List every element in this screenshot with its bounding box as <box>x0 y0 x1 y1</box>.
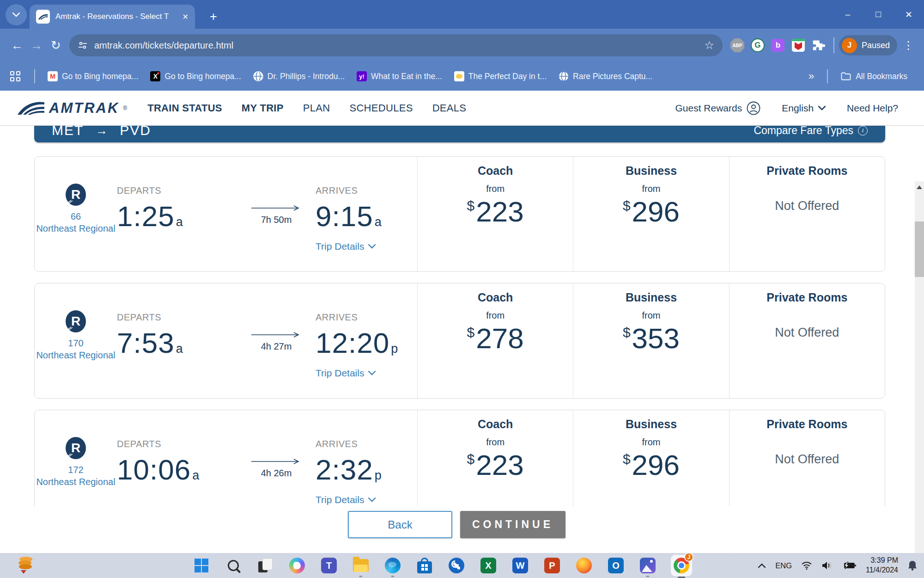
search-icon[interactable] <box>225 557 242 574</box>
departs-label: DEPARTS <box>117 185 237 196</box>
avatar: J <box>842 38 857 53</box>
trip-details-link[interactable]: Trip Details <box>316 241 382 252</box>
chevron-down-icon <box>12 12 20 17</box>
nav-train-status[interactable]: TRAIN STATUS <box>147 102 222 114</box>
excel-icon[interactable]: X <box>480 557 497 574</box>
amtrak-logo[interactable]: AMTRAK® <box>17 99 127 117</box>
windows-taskbar: T X W P O J ENG 3:39 PM 11/4/2024 <box>0 553 924 578</box>
train-name-link[interactable]: Northeast Regional <box>35 476 117 488</box>
folder-icon <box>841 72 851 80</box>
tray-clock[interactable]: 3:39 PM 11/4/2024 <box>866 556 898 575</box>
nav-my-trip[interactable]: MY TRIP <box>242 102 284 114</box>
photos-icon[interactable] <box>639 557 657 574</box>
bookmark-item[interactable]: y! What to Eat in the... <box>357 71 442 81</box>
private-rooms-cell: Private Rooms Not Offered <box>729 157 885 271</box>
forward-button[interactable]: → <box>27 36 46 55</box>
bookmark-item[interactable]: X Go to Bing homepa... <box>150 71 241 81</box>
scroll-up-arrow[interactable] <box>917 185 922 189</box>
bookmarks-overflow-icon[interactable]: » <box>808 70 814 82</box>
trip-duration: 4h 27m <box>237 341 316 352</box>
chrome-icon[interactable]: J <box>671 555 692 576</box>
edge-icon[interactable] <box>384 557 401 574</box>
window-close-button[interactable]: ✕ <box>894 0 924 29</box>
profile-chip[interactable]: J Paused <box>839 35 897 55</box>
trip-details-link[interactable]: Trip Details <box>316 494 382 505</box>
tools-icon[interactable] <box>448 557 465 574</box>
tab-close-icon[interactable]: ✕ <box>182 12 188 21</box>
gmail-icon: M <box>48 71 58 81</box>
bookmark-item[interactable]: M Go to Bing homepa... <box>48 71 138 81</box>
back-button[interactable]: ← <box>7 36 27 55</box>
word-icon[interactable]: W <box>511 557 529 574</box>
nav-deals[interactable]: DEALS <box>432 102 467 114</box>
tray-time: 3:39 PM <box>866 556 898 566</box>
reload-button[interactable]: ↻ <box>46 36 66 55</box>
train-name-link[interactable]: Northeast Regional <box>35 349 117 361</box>
duration-arrow-icon <box>250 205 302 211</box>
language-selector[interactable]: English <box>782 103 826 114</box>
notifications-bell-icon[interactable] <box>907 560 918 571</box>
powerpoint-icon[interactable]: P <box>543 557 561 574</box>
bookmark-item[interactable]: Dr. Phillips - Introdu... <box>253 71 345 81</box>
nav-plan[interactable]: PLAN <box>303 102 330 114</box>
business-fare-cell[interactable]: Business from $353 <box>573 283 729 398</box>
task-view-icon[interactable] <box>256 557 274 574</box>
tab-search-button[interactable] <box>6 4 27 25</box>
back-page-button[interactable]: Back <box>348 511 452 538</box>
trip-details-link[interactable]: Trip Details <box>316 368 398 379</box>
coach-fare-cell[interactable]: Coach from $278 <box>417 283 573 398</box>
tray-chevron-up-icon[interactable] <box>758 563 766 568</box>
coach-price: $223 <box>418 449 573 481</box>
copilot-icon[interactable] <box>288 557 306 574</box>
page-scrollbar[interactable] <box>915 181 924 578</box>
mcafee-extension-icon[interactable] <box>791 38 805 52</box>
train-name-link[interactable]: Northeast Regional <box>35 222 117 234</box>
battery-charging-icon[interactable] <box>843 561 857 570</box>
language-indicator[interactable]: ENG <box>775 561 792 570</box>
address-bar[interactable]: amtrak.com/tickets/departure.html ☆ <box>69 34 723 56</box>
departs-label: DEPARTS <box>117 312 237 323</box>
compare-fare-types-link[interactable]: Compare Fare Types i <box>754 126 868 137</box>
not-offered-label: Not Offered <box>729 326 885 340</box>
business-fare-cell[interactable]: Business from $296 <box>573 157 729 271</box>
train-result-card: R 170 Northeast Regional DEPARTS 7:53a 4… <box>34 283 885 399</box>
grammarly-extension-icon[interactable]: G <box>751 38 765 52</box>
all-bookmarks-button[interactable]: All Bookmarks <box>841 72 907 81</box>
bookmark-item[interactable]: Rare Pictures Captu... <box>559 71 652 81</box>
bookmarks-separator <box>827 69 828 83</box>
info-icon: i <box>858 126 868 135</box>
file-explorer-icon[interactable] <box>352 557 370 574</box>
window-minimize-button[interactable]: – <box>833 0 863 29</box>
firefox-icon[interactable] <box>575 557 593 574</box>
start-button[interactable] <box>193 557 210 574</box>
volume-icon[interactable] <box>821 561 833 570</box>
scrollbar-thumb[interactable] <box>915 221 924 277</box>
train-number-link[interactable]: 66 <box>35 210 117 222</box>
arrives-label: ARRIVES <box>316 185 382 196</box>
extensions-puzzle-icon[interactable] <box>812 38 826 52</box>
bookmark-star-icon[interactable]: ☆ <box>704 39 714 52</box>
nav-schedules[interactable]: SCHEDULES <box>349 102 413 114</box>
adblock-plus-extension-icon[interactable]: ABP <box>730 38 744 52</box>
bookmark-item[interactable]: The Perfect Day in t... <box>454 71 547 81</box>
browser-tab[interactable]: Amtrak - Reservations - Select T ✕ <box>30 5 195 29</box>
microsoft-store-icon[interactable] <box>416 557 433 574</box>
continue-button[interactable]: CONTINUE <box>460 511 565 538</box>
bing-extension-icon[interactable]: b <box>771 38 785 52</box>
train-number-link[interactable]: 172 <box>35 464 117 476</box>
widgets-weather-icon[interactable] <box>17 557 35 575</box>
apps-grid-icon[interactable] <box>10 71 20 81</box>
site-info-icon[interactable] <box>78 41 88 50</box>
wifi-icon[interactable] <box>801 561 812 570</box>
outlook-icon[interactable]: O <box>607 557 625 574</box>
new-tab-button[interactable]: + <box>204 7 223 26</box>
train-number-link[interactable]: 170 <box>35 337 117 349</box>
url-text[interactable]: amtrak.com/tickets/departure.html <box>94 40 233 51</box>
browser-menu-icon[interactable]: ⋮ <box>903 39 914 52</box>
guest-rewards-link[interactable]: Guest Rewards <box>675 101 760 115</box>
need-help-link[interactable]: Need Help? <box>847 103 898 114</box>
window-maximize-button[interactable]: □ <box>863 0 894 29</box>
tab-title: Amtrak - Reservations - Select T <box>55 12 169 21</box>
teams-icon[interactable]: T <box>320 557 338 574</box>
coach-fare-cell[interactable]: Coach from $223 <box>417 157 573 271</box>
